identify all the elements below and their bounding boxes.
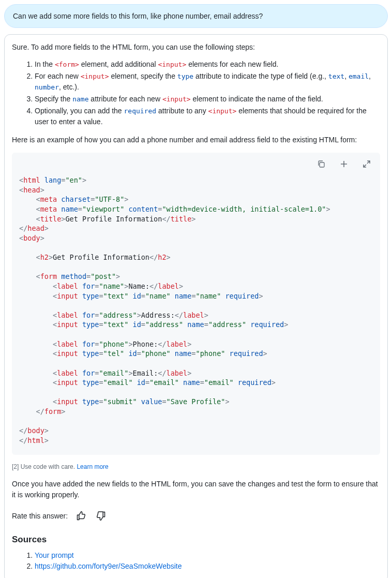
source-item: Your prompt: [35, 550, 380, 561]
code-disclaimer: [2] Use code with care. Learn more: [12, 463, 380, 470]
step-item: For each new <input> element, specify th…: [35, 71, 380, 93]
rate-row: Rate this answer:: [12, 510, 380, 522]
step-item: Specify the name attribute for each new …: [35, 94, 380, 105]
intro-text: Sure. To add more fields to the HTML for…: [12, 42, 380, 53]
sources-list: Your prompt https://github.com/forty9er/…: [35, 550, 380, 572]
plus-icon[interactable]: [338, 158, 350, 170]
user-message: Can we add some more fields to this form…: [4, 4, 388, 28]
followup-text-2: Once you have added the new fields to th…: [12, 479, 380, 500]
source-link[interactable]: Your prompt: [35, 551, 74, 559]
step-item: In the <form> element, add additional <i…: [35, 59, 380, 70]
step-item: Optionally, you can add the required att…: [35, 106, 380, 127]
inline-code: email: [349, 72, 369, 80]
inline-code: text: [328, 72, 344, 80]
inline-code: <form>: [55, 61, 79, 68]
steps-list: In the <form> element, add additional <i…: [35, 59, 380, 127]
code-block: <html lang="en"> <head> <meta charset="U…: [12, 153, 380, 455]
inline-code: type: [177, 72, 193, 80]
inline-code: number: [35, 83, 59, 91]
thumbs-up-icon[interactable]: [75, 510, 87, 522]
inline-code: <input>: [162, 95, 191, 103]
sources-heading: Sources: [12, 535, 380, 545]
inline-code: <input>: [81, 72, 109, 80]
rate-label: Rate this answer:: [12, 512, 68, 520]
thumbs-down-icon[interactable]: [95, 510, 107, 522]
followup-text: Here is an example of how you can add a …: [12, 135, 380, 145]
inline-code: name: [72, 95, 88, 103]
user-message-text: Can we add some more fields to this form…: [13, 12, 263, 20]
inline-code: <input>: [158, 61, 186, 68]
source-link[interactable]: https://github.com/forty9er/SeaSmokeWebs…: [35, 562, 182, 570]
inline-code: required: [124, 107, 157, 115]
assistant-response: Sure. To add more fields to the HTML for…: [4, 34, 388, 578]
svg-rect-0: [320, 162, 324, 167]
source-item: https://github.com/forty9er/SeaSmokeWebs…: [35, 561, 380, 572]
disclaimer-ref: [2]: [12, 463, 19, 470]
copy-icon[interactable]: [315, 158, 327, 170]
expand-icon[interactable]: [360, 158, 373, 170]
learn-more-link[interactable]: Learn more: [77, 463, 108, 470]
code-content: <html lang="en"> <head> <meta charset="U…: [12, 170, 380, 455]
code-toolbar: [12, 153, 380, 170]
inline-code: <input>: [208, 107, 237, 115]
